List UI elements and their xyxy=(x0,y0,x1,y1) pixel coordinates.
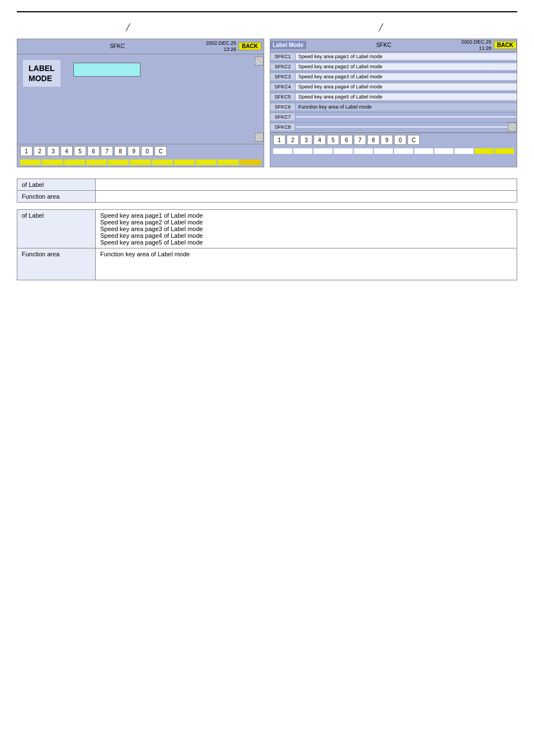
table-section-1: of Label Function area xyxy=(17,179,517,203)
sfkc-row-2: SFKC2 Speed key area page2 of Label mode xyxy=(270,62,517,72)
color-key-9 xyxy=(196,159,217,165)
num-key-8[interactable]: 8 xyxy=(114,146,127,156)
num-key-1[interactable]: 1 xyxy=(20,146,32,156)
right-color-row xyxy=(270,147,517,156)
r-color-key-10 xyxy=(455,148,474,154)
color-key-1 xyxy=(20,159,41,165)
r-num-key-4[interactable]: 4 xyxy=(313,135,326,145)
color-key-5 xyxy=(108,159,129,165)
screens-row: SFKC 2002.DEC.25 13:26 BACK LABEL MODE xyxy=(17,39,517,167)
color-key-11 xyxy=(240,159,261,165)
table-2: of Label Speed key area page1 of Label m… xyxy=(17,209,517,280)
r-color-key-3 xyxy=(313,148,332,154)
sfkc-row-7: SFKC7 xyxy=(270,112,517,123)
num-key-5[interactable]: 5 xyxy=(74,146,86,156)
left-screen-datetime: 2002.DEC.25 13:26 xyxy=(206,40,236,53)
sfkc-desc-3: Speed key area page3 of Label mode xyxy=(296,73,517,80)
sfkc-label-1: SFKC1 xyxy=(270,53,296,60)
table1-col1-1: of Label xyxy=(17,179,96,190)
color-key-10 xyxy=(218,159,238,165)
r-num-key-7[interactable]: 7 xyxy=(354,135,366,145)
sfkc-label-6: SFKC6 xyxy=(270,104,296,110)
right-back-button[interactable]: BACK xyxy=(494,41,517,49)
label-input-field[interactable] xyxy=(73,63,140,77)
sfkc-desc-7 xyxy=(296,116,517,118)
num-key-0[interactable]: 0 xyxy=(141,146,153,156)
sfkc-label-5: SFKC5 xyxy=(270,93,296,100)
right-screen-title: SFKC xyxy=(306,42,461,48)
r-color-key-11 xyxy=(475,148,494,154)
r-color-key-1 xyxy=(273,148,292,154)
sfkc-label-7: SFKC7 xyxy=(270,114,296,120)
r-num-key-2[interactable]: 2 xyxy=(287,135,299,145)
top-rule xyxy=(17,11,517,12)
r-num-key-3[interactable]: 3 xyxy=(300,135,312,145)
table2-col1-1: of Label xyxy=(17,209,96,248)
r-num-key-0[interactable]: 0 xyxy=(394,135,406,145)
table2-col1-2: Function area xyxy=(17,248,96,280)
r-color-key-9 xyxy=(434,148,453,154)
sfkc-row-5: SFKC5 Speed key area page5 of Label mode xyxy=(270,92,517,102)
num-key-c[interactable]: C xyxy=(154,146,167,156)
table1-row-2: Function area xyxy=(17,190,517,202)
color-key-6 xyxy=(130,159,151,165)
sfkc-row-4: SFKC4 Speed key area page4 of Label mode xyxy=(270,82,517,92)
color-key-2 xyxy=(42,159,63,165)
r-color-key-2 xyxy=(293,148,312,154)
sfkc-row-3: SFKC3 Speed key area page3 of Label mode xyxy=(270,72,517,82)
r-num-key-c[interactable]: C xyxy=(407,135,420,145)
right-mode-label: Label Mode xyxy=(270,41,306,49)
table1-row-1: of Label xyxy=(17,179,517,190)
left-number-row: 1 2 3 4 5 6 7 8 9 0 C xyxy=(17,144,264,158)
r-color-key-5 xyxy=(354,148,373,154)
table-section-2: of Label Speed key area page1 of Label m… xyxy=(17,209,517,280)
label-mode-line1: LABEL xyxy=(29,63,55,73)
color-key-7 xyxy=(152,159,173,165)
sfkc-label-3: SFKC3 xyxy=(270,73,296,80)
r-num-key-9[interactable]: 9 xyxy=(381,135,393,145)
r-num-key-6[interactable]: 6 xyxy=(340,135,353,145)
num-key-7[interactable]: 7 xyxy=(101,146,113,156)
color-key-4 xyxy=(86,159,107,165)
sfkc-row-8: SFKC8 xyxy=(270,123,517,133)
r-color-key-6 xyxy=(374,148,393,154)
right-screen-footer: 1 2 3 4 5 6 7 8 9 0 C xyxy=(270,133,517,156)
r-color-key-8 xyxy=(414,148,433,154)
num-key-2[interactable]: 2 xyxy=(34,146,46,156)
left-color-row xyxy=(17,158,264,167)
table2-row-2: Function area Function key area of Label… xyxy=(17,248,517,280)
table2-col2-1: Speed key area page1 of Label mode Speed… xyxy=(96,209,517,248)
sfkc-label-8: SFKC8 xyxy=(270,124,296,130)
r-num-key-5[interactable]: 5 xyxy=(327,135,339,145)
num-key-3[interactable]: 3 xyxy=(47,146,59,156)
sfkc-label-4: SFKC4 xyxy=(270,83,296,90)
table-1: of Label Function area xyxy=(17,179,517,203)
sfkc-desc-6: Function key area of Label mode xyxy=(296,104,517,110)
left-arrow-label: ╱ xyxy=(126,24,130,31)
r-color-key-4 xyxy=(334,148,353,154)
left-screen: SFKC 2002.DEC.25 13:26 BACK LABEL MODE xyxy=(17,39,264,167)
num-key-9[interactable]: 9 xyxy=(128,146,140,156)
sfkc-row-1: SFKC1 Speed key area page1 of Label mode xyxy=(270,52,517,62)
left-screen-footer: 1 2 3 4 5 6 7 8 9 0 C xyxy=(17,144,264,167)
sfkc-desc-5: Speed key area page5 of Label mode xyxy=(296,93,517,100)
left-screen-header: SFKC 2002.DEC.25 13:26 BACK xyxy=(17,39,264,54)
r-num-key-1[interactable]: 1 xyxy=(273,135,285,145)
page-container: ╱ ╱ SFKC 2002.DEC.25 13:26 BACK xyxy=(0,0,534,298)
left-screen-body: LABEL MODE xyxy=(17,54,264,144)
r-num-key-8[interactable]: 8 xyxy=(367,135,380,145)
num-key-6[interactable]: 6 xyxy=(87,146,100,156)
table1-col2-1 xyxy=(96,179,517,190)
sfkc-list-container: SFKC1 Speed key area page1 of Label mode… xyxy=(270,52,517,133)
right-screen-datetime: 2002.DEC.25 11:28 xyxy=(461,39,491,51)
table1-col1-2: Function area xyxy=(17,190,96,202)
sfkc-desc-8 xyxy=(296,126,508,128)
right-number-row: 1 2 3 4 5 6 7 8 9 0 C xyxy=(270,133,517,147)
sfkc-list: SFKC1 Speed key area page1 of Label mode… xyxy=(270,52,517,133)
right-screen: Label Mode SFKC 2002.DEC.25 11:28 BACK S… xyxy=(270,39,517,167)
color-key-8 xyxy=(174,159,195,165)
sfkc-row-6: SFKC6 Function key area of Label mode xyxy=(270,102,517,112)
left-screen-main: LABEL MODE xyxy=(17,54,264,144)
num-key-4[interactable]: 4 xyxy=(60,146,73,156)
left-back-button[interactable]: BACK xyxy=(238,42,261,50)
